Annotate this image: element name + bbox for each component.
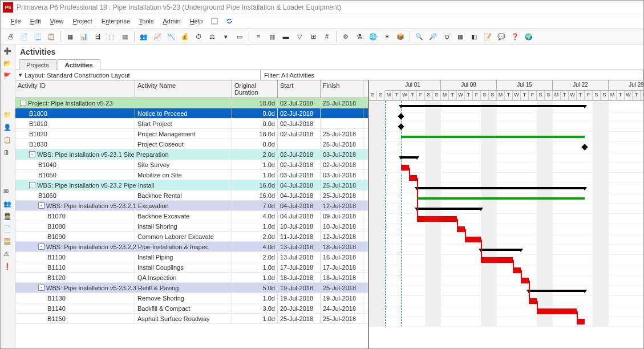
- tab-activities[interactable]: Activities: [58, 59, 100, 70]
- col-activity-id[interactable]: Activity ID: [15, 80, 135, 98]
- menu-enterprise[interactable]: Enterprise: [98, 17, 133, 26]
- gantt-icon[interactable]: 📊: [78, 30, 90, 43]
- user-icon[interactable]: 👤: [3, 124, 13, 133]
- alert-icon[interactable]: ⚠: [3, 250, 13, 259]
- schedule-icon[interactable]: ⏱: [192, 30, 205, 43]
- web-icon[interactable]: 🌍: [523, 30, 535, 43]
- page-setup-icon[interactable]: 📃: [31, 30, 44, 43]
- cost-icon[interactable]: 💰: [179, 30, 191, 43]
- bars-icon[interactable]: ▬: [280, 30, 292, 43]
- menu-project[interactable]: Project: [69, 17, 95, 26]
- folder-icon[interactable]: 📁: [3, 111, 13, 120]
- gantt-bar[interactable]: [401, 136, 585, 138]
- gantt-row[interactable]: [369, 163, 643, 173]
- table-row[interactable]: B1100Install Piping2.0d13-Jul-201816-Jul…: [15, 252, 368, 262]
- gantt-row[interactable]: [369, 183, 643, 193]
- gantt-row[interactable]: [369, 316, 643, 327]
- resource-icon[interactable]: 👥: [137, 30, 150, 43]
- help-icon[interactable]: ❓: [509, 30, 521, 43]
- histogram-icon[interactable]: 📉: [165, 30, 177, 43]
- global-icon[interactable]: 🌐: [367, 30, 379, 43]
- gantt-bar[interactable]: [417, 187, 585, 189]
- table-row[interactable]: B1070Backhoe Excavate4.0d04-Jul-201809-J…: [15, 211, 368, 221]
- gantt-row[interactable]: [369, 306, 643, 316]
- zoom-out-icon[interactable]: 🔎: [427, 30, 439, 43]
- gantt-row[interactable]: [369, 121, 643, 132]
- gantt-row[interactable]: [369, 286, 643, 296]
- menu-file[interactable]: File: [7, 17, 25, 26]
- warn-icon[interactable]: ❗: [3, 263, 13, 272]
- note-icon[interactable]: 📝: [481, 30, 494, 43]
- open-icon[interactable]: 📂: [3, 60, 13, 69]
- gantt-bar[interactable]: [401, 105, 585, 107]
- gantt-row[interactable]: [369, 152, 643, 163]
- col-start[interactable]: Start: [278, 80, 321, 98]
- gantt-row[interactable]: [369, 255, 643, 265]
- spreadsheet-icon[interactable]: ▤: [119, 30, 131, 43]
- progress-icon[interactable]: ▭: [233, 30, 246, 43]
- filter-icon[interactable]: ▽: [293, 30, 306, 43]
- table-row[interactable]: -WBS: Pipe Installation v5-23.2 Pipe Ins…: [15, 180, 368, 190]
- collapse-icon[interactable]: ◧: [468, 30, 480, 43]
- gantt-bar[interactable]: [401, 165, 409, 171]
- table-row[interactable]: B1020Project Management18.0d02-Jul-20182…: [15, 129, 368, 139]
- table-row[interactable]: B1060Backhoe Rental16.0d04-Jul-201825-Ju…: [15, 190, 368, 201]
- menu-help[interactable]: Help: [187, 17, 206, 26]
- col-finish[interactable]: Finish: [321, 80, 363, 98]
- gantt-row[interactable]: [369, 234, 643, 245]
- store-icon[interactable]: 📦: [394, 30, 407, 43]
- gantt-row[interactable]: [369, 193, 643, 204]
- menu-tools[interactable]: Tools: [136, 17, 157, 26]
- layout-dropdown[interactable]: ▾ Layout: Standard Construction Layout: [15, 70, 261, 80]
- table-row[interactable]: B1030Project Closeout0.0d25-Jul-2018: [15, 139, 368, 149]
- table-row[interactable]: B1090Common Laborer Excavate2.0d11-Jul-2…: [15, 232, 368, 242]
- align-icon[interactable]: ≡: [252, 30, 265, 43]
- save-icon[interactable]: [208, 15, 221, 27]
- table-row[interactable]: -Project: Pipe Installation v5-2318.0d02…: [15, 98, 368, 108]
- zoom-in-icon[interactable]: 🔍: [413, 30, 426, 43]
- print-icon[interactable]: 🖨: [4, 30, 17, 43]
- table-row[interactable]: B1040Site Survey1.0d02-Jul-201802-Jul-20…: [15, 160, 368, 170]
- gantt-row[interactable]: [369, 142, 643, 152]
- calc2-icon[interactable]: 🧮: [3, 238, 13, 247]
- menu-admin[interactable]: Admin: [159, 17, 184, 26]
- col-activity-name[interactable]: Activity Name: [135, 80, 232, 98]
- print-preview-icon[interactable]: 📄: [18, 30, 30, 43]
- expand-button[interactable]: -: [29, 151, 35, 157]
- expand-button[interactable]: -: [20, 100, 26, 106]
- mail-icon[interactable]: ✉: [3, 188, 13, 197]
- table-row[interactable]: -WBS: Pipe Installation v5-23.2.3 Refill…: [15, 283, 368, 293]
- expand-button[interactable]: -: [29, 182, 35, 188]
- gantt-bar[interactable]: [529, 290, 585, 292]
- refresh-icon[interactable]: [223, 15, 236, 27]
- expand-icon[interactable]: ▦: [454, 30, 467, 43]
- zoom-fit-icon[interactable]: ⊙: [440, 30, 453, 43]
- claim-icon[interactable]: ✶: [380, 30, 393, 43]
- network-icon[interactable]: ⬚: [105, 30, 118, 43]
- level-icon[interactable]: ⚖: [206, 30, 218, 43]
- table-row[interactable]: B1080Install Shoring1.0d10-Jul-201810-Ju…: [15, 221, 368, 232]
- gantt-row[interactable]: [369, 296, 643, 306]
- timescale-icon[interactable]: #: [321, 30, 333, 43]
- gantt-row[interactable]: [369, 132, 643, 142]
- milestone[interactable]: [398, 123, 404, 129]
- gantt-bar[interactable]: [481, 257, 513, 263]
- gantt-bar[interactable]: [401, 156, 417, 159]
- gantt-bar[interactable]: [417, 216, 457, 222]
- columns-icon[interactable]: ▥: [266, 30, 278, 43]
- detail-icon[interactable]: 📋: [3, 136, 13, 145]
- table-row[interactable]: B1000Notice to Proceed0.0d02-Jul-2018: [15, 108, 368, 119]
- gantt-row[interactable]: [369, 111, 643, 121]
- gantt-row[interactable]: [369, 204, 643, 214]
- publish-icon[interactable]: 📋: [45, 30, 58, 43]
- tab-projects[interactable]: Projects: [19, 59, 56, 70]
- profile-icon[interactable]: 📈: [151, 30, 164, 43]
- gantt-bar[interactable]: [417, 197, 585, 200]
- table-row[interactable]: -WBS: Pipe Installation v5-23.2.2 Pipe I…: [15, 242, 368, 252]
- expand-button[interactable]: -: [38, 202, 44, 209]
- add-icon[interactable]: ➕: [3, 47, 13, 56]
- leveler-icon[interactable]: ⚗: [353, 30, 366, 43]
- table-row[interactable]: -WBS: Pipe Installation v5-23.2.1 Excava…: [15, 201, 368, 211]
- table-row[interactable]: B1120QA Inspection1.0d18-Jul-201818-Jul-…: [15, 273, 368, 283]
- calc-icon[interactable]: 🗓: [3, 149, 13, 158]
